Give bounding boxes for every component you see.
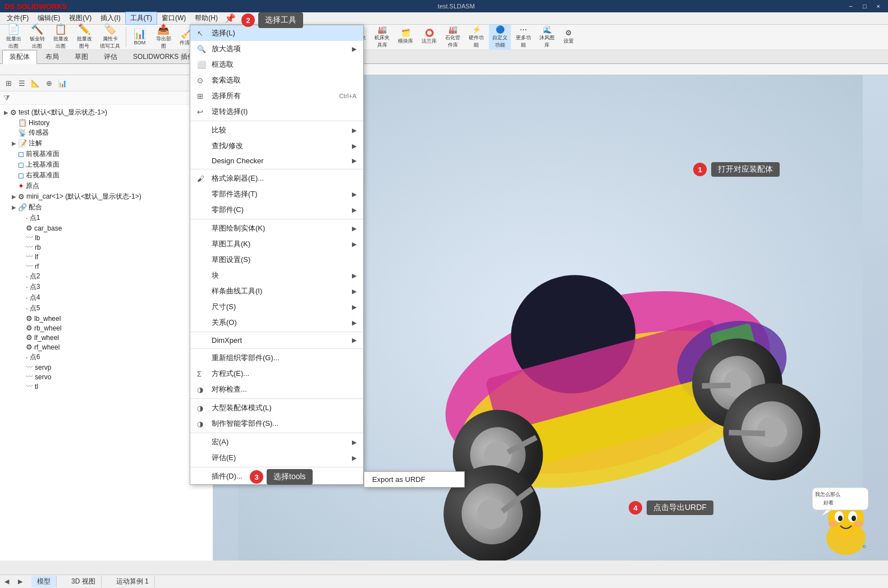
filter-input[interactable]: [12, 95, 209, 102]
menu-edit[interactable]: 编辑(E): [33, 12, 65, 24]
batch-qty-btn[interactable]: 📄 批量出出图: [2, 23, 25, 51]
tree-node-p6[interactable]: · 点6: [0, 352, 213, 362]
tree-node-sensor[interactable]: 📡 传感器: [0, 127, 213, 138]
dropdown-partc[interactable]: 零部件(C) ▶: [190, 202, 363, 218]
dropdown-largeasm[interactable]: ◑ 大型装配体模式(L): [190, 400, 363, 416]
tree-node-root[interactable]: ▶ ⚙ test (默认<默认_显示状态-1>): [0, 107, 213, 118]
dropdown-evaluate[interactable]: 评估(E) ▶: [190, 450, 363, 466]
mold-btn[interactable]: 🗂️ 模块库: [395, 28, 416, 46]
machine-btn[interactable]: 🏭 机床夹具库: [371, 25, 393, 50]
dropdown-compare[interactable]: 比较 ▶: [190, 122, 363, 138]
pin-icon[interactable]: 📌: [225, 13, 236, 24]
expand-minicar[interactable]: ▶: [10, 194, 18, 200]
tree-node-right[interactable]: ◻ 右视基准面: [0, 170, 213, 181]
dropdown-findmod[interactable]: 查找/修改 ▶: [190, 138, 363, 154]
next-arrow[interactable]: ▶: [18, 578, 22, 585]
status-tab-3dview[interactable]: 3D 视图: [66, 576, 102, 587]
tree-node-annot[interactable]: ▶ 📝 注解: [0, 138, 213, 149]
tree-node-rb[interactable]: 〰 rb: [0, 242, 213, 252]
dropdown-spline[interactable]: 样条曲线工具(I) ▶: [190, 283, 363, 299]
power-btn[interactable]: ⚡ 硬件功能: [465, 25, 487, 50]
status-tab-motion[interactable]: 运动算例 1: [111, 576, 155, 587]
tree-node-mates[interactable]: ▶ 🔗 配合: [0, 202, 213, 213]
mufu-btn[interactable]: 🌊 沐风图库: [536, 25, 558, 50]
tree-node-lf[interactable]: 〰 lf: [0, 252, 213, 261]
menu-file[interactable]: 文件(F): [2, 12, 33, 24]
tab-sketch[interactable]: 草图: [67, 50, 95, 63]
menu-help[interactable]: 帮助(H): [190, 12, 222, 24]
batch-change-btn[interactable]: 📋 批量改出图: [49, 23, 72, 51]
setting-btn[interactable]: ⚙ 设置: [560, 28, 578, 46]
tree-node-lbwheel[interactable]: ⚙ lb_wheel: [0, 314, 213, 323]
tree-node-front[interactable]: ◻ 前视基准面: [0, 149, 213, 159]
tab-evaluate[interactable]: 评估: [97, 50, 125, 63]
menu-insert[interactable]: 插入(I): [96, 12, 125, 24]
dropdown-symcheck[interactable]: ◑ 对称检查...: [190, 382, 363, 397]
dropdown-designchecker[interactable]: Design Checker ▶: [190, 154, 363, 168]
dropdown-invertselect[interactable]: ↩ 逆转选择(I): [190, 104, 363, 120]
dropdown-sketchentity[interactable]: 草图绘制实体(K) ▶: [190, 220, 363, 236]
dropdown-dimxpert[interactable]: DimXpert ▶: [190, 333, 363, 347]
sheetmetal-btn[interactable]: 🔨 钣金转出图: [26, 23, 48, 51]
submenu-exporturdf[interactable]: Export as URDF: [364, 472, 464, 487]
chart-btn[interactable]: 📊: [56, 77, 68, 89]
flange-btn[interactable]: ⭕ 法兰库: [418, 28, 440, 46]
tree-node-lfwheel[interactable]: ⚙ lf_wheel: [0, 333, 213, 342]
dropdown-equation[interactable]: Σ 方程式(E)...: [190, 366, 363, 382]
dropdown-block[interactable]: 块 ▶: [190, 268, 363, 283]
target-btn[interactable]: ⊕: [43, 77, 55, 89]
minimize-button[interactable]: −: [845, 3, 855, 10]
dropdown-relation[interactable]: 关系(O) ▶: [190, 315, 363, 330]
tree-node-servp[interactable]: 〰 servp: [0, 362, 213, 372]
status-tab-model[interactable]: 模型: [31, 576, 57, 587]
tree-node-tl[interactable]: 〰 tl: [0, 382, 213, 391]
refinery-btn[interactable]: 🏭 石化管件库: [442, 25, 464, 50]
export-btn[interactable]: 📤 导出部图: [152, 23, 175, 51]
tree-node-carbase[interactable]: ⚙ car_base: [0, 223, 213, 233]
dropdown-reorg[interactable]: 重新组织零部件(G)...: [190, 350, 363, 366]
dropdown-dimension[interactable]: 尺寸(S) ▶: [190, 299, 363, 315]
tree-node-rf[interactable]: 〰 rf: [0, 261, 213, 271]
dropdown-selectall[interactable]: ⊞ 选择所有 Ctrl+A: [190, 88, 363, 104]
expand-annot[interactable]: ▶: [10, 140, 18, 146]
bom-btn[interactable]: 📊 BOM: [129, 27, 151, 47]
tree-node-top[interactable]: ◻ 上视基准面: [0, 159, 213, 170]
prev-arrow[interactable]: ◀: [4, 578, 9, 585]
dropdown-format[interactable]: 🖌 格式涂刷器(E)...: [190, 171, 363, 186]
tree-node-p2[interactable]: · 点2: [0, 271, 213, 282]
dropdown-boxselect[interactable]: ⬜ 框选取: [190, 57, 363, 72]
tree-node-servo[interactable]: 〰 servo: [0, 372, 213, 382]
tree-node-p3[interactable]: · 点3: [0, 282, 213, 292]
maximize-button[interactable]: □: [859, 3, 870, 10]
tree-node-rfwheel[interactable]: ⚙ rf_wheel: [0, 342, 213, 352]
prop-btn[interactable]: 🏷️ 属性卡填写工具: [97, 23, 123, 51]
expand-root[interactable]: ▶: [2, 109, 10, 116]
custom-btn[interactable]: 🔵 自定义功能: [489, 25, 511, 50]
more-btn[interactable]: ⋯ 更多功能: [512, 25, 534, 50]
feature-tree-btn[interactable]: ⊞: [2, 77, 15, 89]
tree-node-rbwheel[interactable]: ⚙ rb_wheel: [0, 323, 213, 333]
config-btn[interactable]: 📐: [29, 77, 42, 89]
dropdown-macro[interactable]: 宏(A) ▶: [190, 434, 363, 450]
tree-node-p1[interactable]: · 点1: [0, 213, 213, 223]
dropdown-zoom[interactable]: 🔍 放大选项 ▶: [190, 41, 363, 57]
tree-node-p5[interactable]: · 点5: [0, 303, 213, 314]
expand-mates[interactable]: ▶: [10, 204, 18, 210]
tree-node-minicar[interactable]: ▶ ⚙ mini_car<1> (默认<默认_显示状态-1>): [0, 191, 213, 202]
tree-node-history[interactable]: 📋 History: [0, 118, 213, 127]
menu-window[interactable]: 窗口(W): [157, 12, 190, 24]
dropdown-partselect[interactable]: 零部件选择(T) ▶: [190, 186, 363, 202]
dropdown-sketchtool[interactable]: 草图工具(K) ▶: [190, 236, 363, 252]
tree-node-origin[interactable]: ✦ 原点: [0, 181, 213, 191]
dropdown-smartpart[interactable]: ◑ 制作智能零部件(S)...: [190, 416, 363, 431]
dropdown-lassoselect[interactable]: ⊙ 套索选取: [190, 72, 363, 88]
tab-assembly[interactable]: 装配体: [2, 50, 37, 64]
tree-node-p4[interactable]: · 点4: [0, 292, 213, 303]
dropdown-sketchset[interactable]: 草图设置(S): [190, 252, 363, 268]
menu-view[interactable]: 视图(V): [65, 12, 96, 24]
tree-node-lb[interactable]: 〰 lb: [0, 233, 213, 242]
batch-modify-btn[interactable]: ✏️ 批量改图号: [73, 23, 95, 51]
property-btn[interactable]: ☰: [16, 77, 28, 89]
tab-layout[interactable]: 布局: [38, 50, 66, 63]
close-button[interactable]: ×: [873, 3, 884, 10]
